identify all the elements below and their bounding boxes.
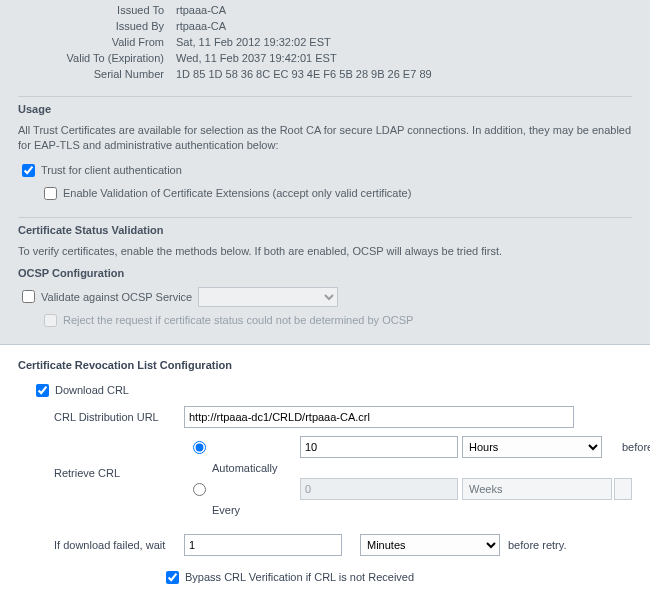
ocsp-config-title: OCSP Configuration	[18, 267, 632, 279]
download-crl-checkbox[interactable]	[36, 384, 49, 397]
validate-ocsp-label: Validate against OCSP Service	[41, 291, 192, 303]
retrieve-every-label: Every	[212, 504, 298, 516]
retrieve-auto-unit-select[interactable]: Hours	[462, 436, 602, 458]
serial-value: 1D 85 1D 58 36 8C EC 93 4E F6 5B 28 9B 2…	[170, 66, 438, 82]
retrieve-every-unit-box: Weeks	[462, 478, 612, 500]
retrieve-every-unit-spacer	[614, 478, 632, 500]
validate-ocsp-checkbox[interactable]	[22, 290, 35, 303]
crl-config-panel: Certificate Revocation List Configuratio…	[0, 344, 650, 590]
certificate-info-table: Issued To rtpaaa-CA Issued By rtpaaa-CA …	[18, 2, 438, 82]
crl-dist-url-label: CRL Distribution URL	[54, 411, 184, 423]
issued-by-value: rtpaaa-CA	[170, 18, 438, 34]
usage-description: All Trust Certificates are available for…	[18, 123, 632, 153]
issued-to-label: Issued To	[18, 2, 170, 18]
retrieve-crl-label: Retrieve CRL	[54, 457, 184, 479]
trust-client-auth-checkbox[interactable]	[22, 164, 35, 177]
download-fail-wait-input[interactable]	[184, 534, 342, 556]
cert-status-validation-title: Certificate Status Validation	[18, 224, 632, 236]
retrieve-every-radio[interactable]	[193, 483, 206, 496]
cert-status-validation-description: To verify certificates, enable the metho…	[18, 244, 632, 259]
bypass-crl-label: Bypass CRL Verification if CRL is not Re…	[185, 571, 414, 583]
download-fail-after-text: before retry.	[508, 539, 567, 551]
retrieve-auto-radio[interactable]	[193, 441, 206, 454]
enable-cert-ext-checkbox[interactable]	[44, 187, 57, 200]
issued-to-value: rtpaaa-CA	[170, 2, 438, 18]
valid-from-value: Sat, 11 Feb 2012 19:32:02 EST	[170, 34, 438, 50]
crl-dist-url-input[interactable]	[184, 406, 574, 428]
bypass-crl-checkbox[interactable]	[166, 571, 179, 584]
enable-cert-ext-label: Enable Validation of Certificate Extensi…	[63, 187, 411, 199]
download-crl-label: Download CRL	[55, 384, 129, 396]
retrieve-auto-value-input[interactable]	[300, 436, 458, 458]
download-fail-unit-select[interactable]: Minutes	[360, 534, 500, 556]
retrieve-auto-label: Automatically	[212, 462, 298, 474]
serial-label: Serial Number	[18, 66, 170, 82]
valid-to-label: Valid To (Expiration)	[18, 50, 170, 66]
valid-to-value: Wed, 11 Feb 2037 19:42:01 EST	[170, 50, 438, 66]
valid-from-label: Valid From	[18, 34, 170, 50]
issued-by-label: Issued By	[18, 18, 170, 34]
usage-title: Usage	[18, 103, 632, 115]
reject-ocsp-checkbox	[44, 314, 57, 327]
download-fail-wait-label: If download failed, wait	[54, 539, 184, 551]
trust-client-auth-label: Trust for client authentication	[41, 164, 182, 176]
retrieve-every-value-input	[300, 478, 458, 500]
certificate-details-panel: Issued To rtpaaa-CA Issued By rtpaaa-CA …	[0, 0, 650, 344]
reject-ocsp-label: Reject the request if certificate status…	[63, 314, 413, 326]
crl-config-title: Certificate Revocation List Configuratio…	[18, 359, 632, 371]
ocsp-service-select[interactable]	[198, 287, 338, 307]
retrieve-auto-after-text: before expiration.	[622, 441, 650, 453]
